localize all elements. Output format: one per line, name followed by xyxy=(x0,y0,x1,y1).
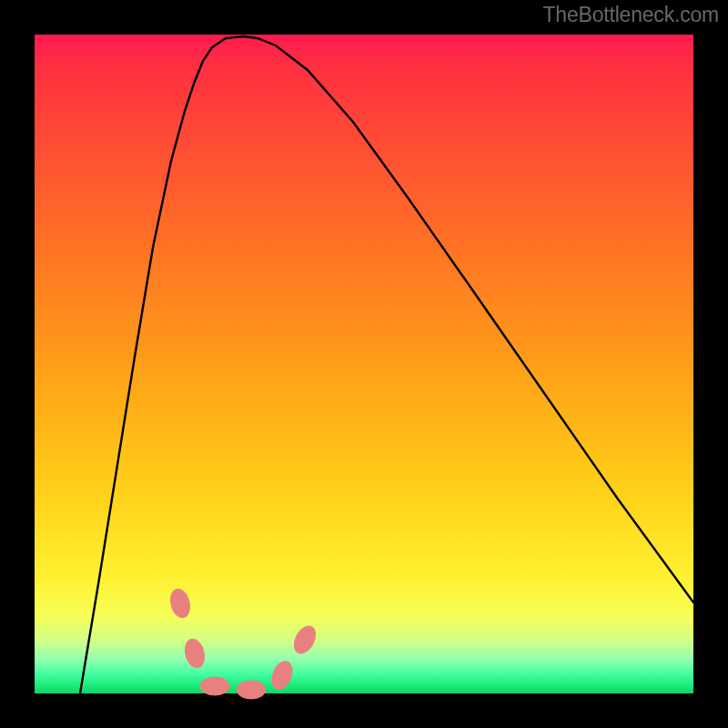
marker-4 xyxy=(237,681,266,699)
marker-1 xyxy=(167,587,192,620)
marker-3 xyxy=(200,677,229,695)
outer-black-frame: TheBottleneck.com xyxy=(0,0,728,728)
watermark-text: TheBottleneck.com xyxy=(543,3,719,27)
plot-area xyxy=(35,35,693,693)
marker-6 xyxy=(290,622,320,657)
chart-svg xyxy=(35,35,693,693)
curve-markers xyxy=(167,587,319,699)
marker-2 xyxy=(182,637,207,670)
marker-5 xyxy=(268,658,297,692)
